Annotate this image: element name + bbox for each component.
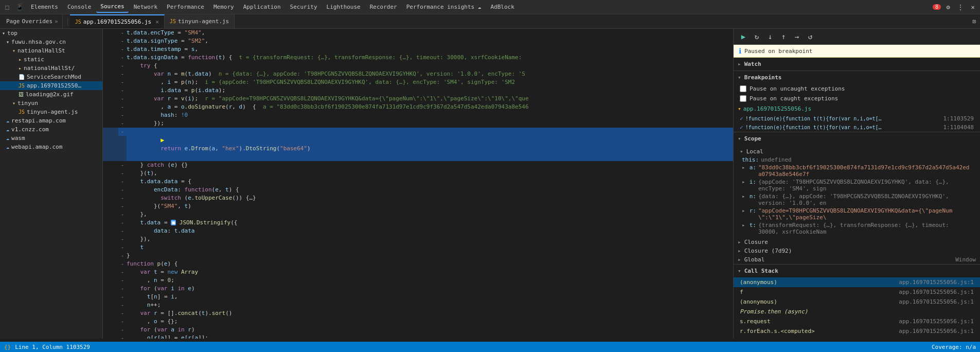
call-file-1: app.1697015255056.js:1: [899, 289, 974, 295]
watch-header[interactable]: ▸ Watch: [734, 58, 980, 71]
file-tab-tinyun[interactable]: JS tinyun-agent.js: [165, 14, 235, 28]
tree-fuwu[interactable]: ▾ fuwu.nhsa.gov.cn: [0, 38, 102, 46]
tab-elements[interactable]: Elements: [27, 2, 62, 12]
scope-header[interactable]: ▾ Scope: [734, 132, 980, 145]
tree-tinyun-agent[interactable]: JS tinyun-agent.js: [0, 108, 102, 116]
local-header[interactable]: ▾ Local: [738, 147, 976, 156]
expand-icon-i[interactable]: ▸: [742, 179, 745, 185]
tree-nationalhallst-label: nationalHallSt: [17, 47, 65, 54]
page-tab[interactable]: Page: [6, 18, 20, 25]
tree-servicesearchmod[interactable]: 📄 ServiceSearchMod: [0, 73, 102, 81]
tree-top[interactable]: ▾ top: [0, 29, 102, 38]
call-stack-item-2[interactable]: (anonymous) app.1697015255056.js:1: [734, 297, 980, 307]
expand-icon-r[interactable]: ▸: [742, 207, 745, 214]
call-fn-0: (anonymous): [740, 279, 895, 286]
breakpoint-arrow: ▶: [161, 136, 164, 144]
tree-label: top: [7, 30, 17, 37]
device-icon[interactable]: 📱: [14, 2, 25, 12]
expand-icon-a[interactable]: ▸: [742, 164, 745, 171]
call-stack-item-1[interactable]: f app.1697015255056.js:1: [734, 287, 980, 297]
call-file-2: app.1697015255056.js:1: [899, 298, 974, 305]
tab-application[interactable]: Application: [239, 2, 285, 12]
watch-label: Watch: [744, 61, 761, 67]
tab-security[interactable]: Security: [286, 2, 322, 12]
pause-uncaught-checkbox[interactable]: [740, 85, 746, 92]
step-btn[interactable]: →: [791, 31, 803, 42]
file-tab-app[interactable]: JS app.1697015255056.js ✕: [70, 14, 165, 28]
pause-caught-checkbox[interactable]: [740, 95, 746, 102]
inspect-icon[interactable]: ⬚: [2, 2, 12, 12]
tab-recorder[interactable]: Recorder: [366, 2, 401, 12]
more-icon[interactable]: ⋮: [955, 2, 966, 12]
bp-file-name: app.1697015255056.js: [743, 105, 811, 112]
call-fn-4: s.request: [740, 318, 895, 325]
tree-webapi[interactable]: ☁ webapi.amap.com: [0, 143, 102, 151]
tree-app-js[interactable]: JS app.16970152550…: [0, 81, 102, 90]
tab-network[interactable]: Network: [130, 2, 162, 12]
tree-restapi[interactable]: ☁ restapi.amap.com: [0, 116, 102, 125]
close-icon[interactable]: ✕: [968, 2, 978, 12]
file-tab-app-close[interactable]: ✕: [155, 19, 159, 25]
overrides-tab[interactable]: Overrides: [22, 18, 53, 25]
settings-icon[interactable]: ⚙: [943, 2, 953, 12]
bp-item-1: ✓ !function(e){function t(t){for(var n,i…: [734, 114, 980, 123]
file-mod-icon: 📄: [19, 74, 25, 80]
call-file-6: app.1697015255056.js:1: [899, 338, 974, 339]
resume-btn[interactable]: ▶: [738, 31, 749, 42]
expand-icon-n[interactable]: ▸: [742, 193, 745, 200]
call-stack-item-4[interactable]: s.request app.1697015255056.js:1: [734, 316, 980, 326]
deactivate-btn[interactable]: ↺: [805, 31, 816, 42]
call-stack-header[interactable]: ▾ Call Stack: [734, 265, 980, 277]
debugger-panel: ▶ ↻ ↓ ↑ → ↺ ℹ Paused on breakpoint ▸ Wat…: [733, 29, 980, 339]
folder-icon: ▾: [12, 48, 15, 54]
tree-tinyun[interactable]: ▾ tinyun: [0, 99, 102, 108]
js-file-icon: JS: [75, 19, 81, 25]
tab-memory[interactable]: Memory: [209, 2, 238, 12]
breakpoints-header[interactable]: ▾ Breakpoints: [734, 71, 980, 84]
collapse-icon-closure2: ▸: [738, 248, 741, 254]
tree-nationalhallst-folder[interactable]: ▸ nationalHallSt/: [0, 64, 102, 73]
tab-lighthouse[interactable]: Lighthouse: [323, 2, 365, 12]
tree-wasm[interactable]: ☁ wasm: [0, 134, 102, 143]
closure-label: Closure: [744, 239, 768, 245]
closure-7d92-header[interactable]: ▸ Closure (7d92): [734, 247, 980, 255]
scope-a-val: "83dd0c38bb3cbf6f19025300e874fa7131d97e1…: [758, 164, 972, 178]
code-line: - t.data.signType = "SM2",: [103, 37, 733, 45]
code-line: - data: t.data: [103, 227, 733, 235]
tab-sources[interactable]: Sources: [96, 1, 128, 13]
step-over-btn[interactable]: ↻: [751, 31, 762, 42]
step-into-btn[interactable]: ↓: [764, 31, 776, 42]
layout-icons: ⊡: [970, 17, 978, 26]
chevron-icon[interactable]: »: [55, 18, 58, 25]
tab-console[interactable]: Console: [63, 2, 95, 12]
tree-nationalhallst[interactable]: ▾ nationalHallSt: [0, 46, 102, 55]
code-line: - t.data.signData = function(t) { t = {t…: [103, 54, 733, 62]
code-editor[interactable]: - t.data.encType = "SM4", - t.data.signT…: [103, 29, 733, 339]
code-line: - , n = 0;: [103, 276, 733, 285]
code-line: - t.data = ■ JSON.Dstringify({: [103, 219, 733, 227]
panel-layout-icon[interactable]: ⊡: [970, 17, 978, 26]
step-out-btn[interactable]: ↑: [778, 31, 789, 42]
closure-header[interactable]: ▸ Closure: [734, 238, 980, 247]
error-badge: 8: [933, 4, 941, 10]
call-file-0: app.1697015255056.js:1: [899, 279, 974, 286]
tree-loading-gif[interactable]: 🖼 loading@2x.gif: [0, 90, 102, 99]
tab-performance[interactable]: Performance: [163, 2, 208, 12]
scope-label: Scope: [744, 135, 761, 142]
tree-cnzz[interactable]: ☁ v1.cnzz.com: [0, 125, 102, 134]
call-stack-item-5[interactable]: r.forEach.s.<computed> app.1697015255056…: [734, 326, 980, 336]
scope-a: ▸ a: "83dd0c38bb3cbf6f19025300e874fa7131…: [738, 164, 976, 178]
code-line: - var t = new Array: [103, 268, 733, 276]
expand-icon-t[interactable]: ▸: [742, 222, 745, 228]
tree-static[interactable]: ▸ static: [0, 55, 102, 64]
global-header[interactable]: ▸ Global Window: [734, 255, 980, 264]
tab-adblock[interactable]: AdBlock: [486, 2, 518, 12]
tab-performance-insights[interactable]: Performance insights ☁: [402, 2, 486, 12]
debugger-content[interactable]: ▸ Watch ▾ Breakpoints Pause on uncaught …: [734, 58, 980, 339]
page-overrides: Page Overrides »: [2, 14, 63, 28]
code-scroll[interactable]: - t.data.encType = "SM4", - t.data.signT…: [103, 29, 733, 339]
cloud-icon: ☁: [6, 118, 9, 124]
scope-t: ▸ t: {transformRequest: {…}, transformRe…: [738, 221, 976, 236]
call-stack-item-0[interactable]: (anonymous) app.1697015255056.js:1: [734, 277, 980, 287]
call-stack-item-6[interactable]: (anonymous) app.1697015255056.js:1: [734, 336, 980, 339]
